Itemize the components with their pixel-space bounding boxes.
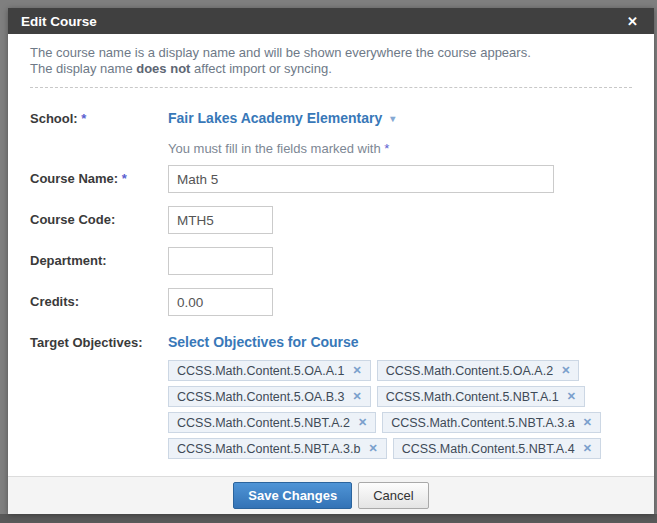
- remove-tag-icon[interactable]: ✕: [352, 390, 361, 403]
- objective-tag-label: CCSS.Math.Content.5.NBT.A.3.b: [177, 442, 360, 456]
- course-name-note: The course name is a display name and wi…: [30, 45, 632, 77]
- required-marker: *: [384, 141, 389, 156]
- objective-tag-label: CCSS.Math.Content.5.NBT.A.4: [402, 442, 575, 456]
- objective-tag-label: CCSS.Math.Content.5.NBT.A.3.a: [391, 416, 574, 430]
- objective-tag-label: CCSS.Math.Content.5.OA.A.1: [177, 364, 344, 378]
- remove-tag-icon[interactable]: ✕: [358, 416, 367, 429]
- required-marker: *: [122, 171, 127, 186]
- course-name-row: Course Name: *: [30, 165, 632, 193]
- school-label: School: *: [30, 105, 168, 126]
- chevron-down-icon: ▾: [390, 113, 395, 124]
- credits-row: Credits:: [30, 288, 632, 316]
- close-icon[interactable]: ✕: [624, 13, 641, 30]
- note-line1: The course name is a display name and wi…: [30, 45, 531, 60]
- remove-tag-icon[interactable]: ✕: [567, 390, 576, 403]
- save-changes-button[interactable]: Save Changes: [233, 482, 352, 509]
- target-objectives-row: Target Objectives: Select Objectives for…: [30, 329, 632, 350]
- dashed-divider: [30, 87, 632, 88]
- course-name-input[interactable]: [168, 165, 554, 193]
- note-line2-after: affect import or syncing.: [190, 61, 331, 76]
- objective-tag: CCSS.Math.Content.5.NBT.A.3.b✕: [168, 438, 387, 459]
- objective-tags: CCSS.Math.Content.5.OA.A.1✕CCSS.Math.Con…: [168, 360, 620, 459]
- school-dropdown[interactable]: Fair Lakes Academy Elementary ▾: [168, 105, 395, 126]
- course-name-label: Course Name: *: [30, 165, 168, 186]
- edit-course-dialog: Edit Course ✕ The course name is a displ…: [8, 8, 654, 514]
- select-objectives-link[interactable]: Select Objectives for Course: [168, 329, 359, 350]
- objective-tag-label: CCSS.Math.Content.5.OA.B.3: [177, 390, 344, 404]
- objective-tag: CCSS.Math.Content.5.OA.A.1✕: [168, 360, 371, 381]
- required-marker: *: [81, 111, 86, 126]
- course-code-row: Course Code:: [30, 206, 632, 234]
- dialog-body: The course name is a display name and wi…: [8, 34, 654, 476]
- edit-course-form: School: * Fair Lakes Academy Elementary …: [30, 105, 632, 459]
- objective-tag: CCSS.Math.Content.5.NBT.A.3.a✕: [382, 412, 601, 433]
- department-row: Department:: [30, 247, 632, 275]
- dialog-title: Edit Course: [21, 14, 624, 29]
- objective-tag: CCSS.Math.Content.5.OA.A.2✕: [377, 360, 580, 381]
- school-row: School: * Fair Lakes Academy Elementary …: [30, 105, 632, 126]
- dialog-footer: Save Changes Cancel: [8, 476, 654, 514]
- target-objectives-label: Target Objectives:: [30, 329, 168, 350]
- objective-tag: CCSS.Math.Content.5.NBT.A.4✕: [393, 438, 601, 459]
- remove-tag-icon[interactable]: ✕: [561, 364, 570, 377]
- objective-tag-label: CCSS.Math.Content.5.NBT.A.1: [386, 390, 559, 404]
- school-dropdown-value: Fair Lakes Academy Elementary: [168, 110, 382, 126]
- objective-tag: CCSS.Math.Content.5.OA.B.3✕: [168, 386, 371, 407]
- page-background-strip: [0, 514, 657, 523]
- credits-label: Credits:: [30, 288, 168, 309]
- required-fields-helper: You must fill in the fields marked with …: [168, 141, 632, 156]
- note-line2-bold: does not: [136, 61, 190, 76]
- remove-tag-icon[interactable]: ✕: [352, 364, 361, 377]
- credits-input[interactable]: [168, 288, 273, 316]
- department-input[interactable]: [168, 247, 273, 275]
- dialog-header: Edit Course ✕: [8, 8, 654, 34]
- objective-tag-label: CCSS.Math.Content.5.NBT.A.2: [177, 416, 350, 430]
- objective-tag: CCSS.Math.Content.5.NBT.A.1✕: [377, 386, 585, 407]
- remove-tag-icon[interactable]: ✕: [583, 416, 592, 429]
- cancel-button[interactable]: Cancel: [358, 482, 428, 509]
- objective-tag: CCSS.Math.Content.5.NBT.A.2✕: [168, 412, 376, 433]
- note-line2-before: The display name: [30, 61, 136, 76]
- department-label: Department:: [30, 247, 168, 268]
- objective-tag-label: CCSS.Math.Content.5.OA.A.2: [386, 364, 553, 378]
- course-code-input[interactable]: [168, 206, 273, 234]
- course-code-label: Course Code:: [30, 206, 168, 227]
- remove-tag-icon[interactable]: ✕: [368, 442, 377, 455]
- remove-tag-icon[interactable]: ✕: [583, 442, 592, 455]
